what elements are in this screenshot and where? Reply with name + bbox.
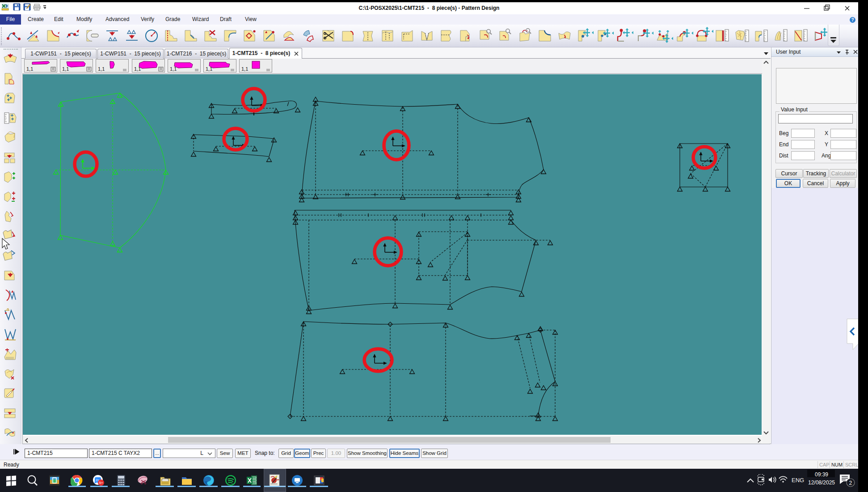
svg-text:2: 2 xyxy=(849,480,852,486)
svg-text:5+: 5+ xyxy=(99,481,103,485)
